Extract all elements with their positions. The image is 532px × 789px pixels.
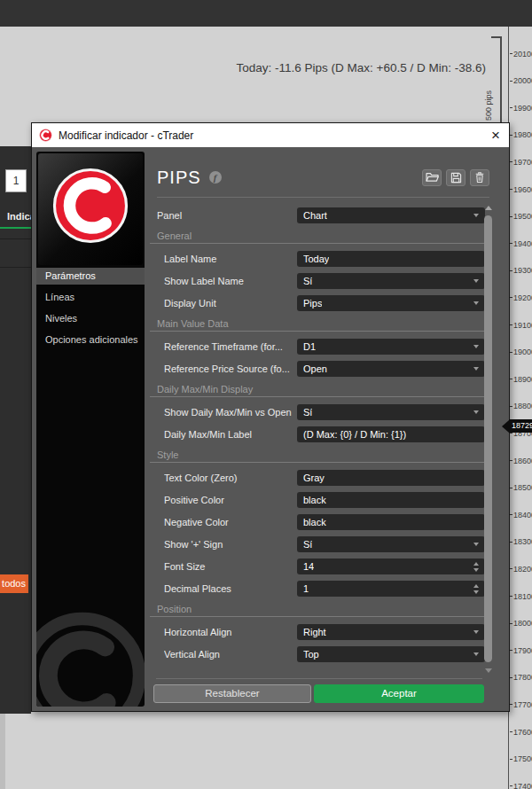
tick-mark — [510, 324, 512, 325]
price-axis-value: 17400 — [513, 782, 532, 789]
price-axis-label: 18300 — [510, 537, 532, 547]
price-axis-value: 17900 — [513, 646, 532, 655]
background-number-input[interactable]: 1 — [5, 169, 27, 192]
input-positive-color[interactable]: black — [297, 492, 485, 508]
dropdown-vertical-align[interactable]: Top — [297, 646, 485, 662]
form-row-vertical-align: Vertical AlignTop — [150, 646, 485, 662]
scroll-up-icon[interactable] — [485, 206, 492, 210]
stepper-arrows[interactable] — [473, 584, 479, 594]
delete-button[interactable] — [470, 169, 489, 186]
tick-mark — [510, 270, 512, 271]
field-value: black — [303, 495, 326, 505]
settings-menu: ParámetrosLíneasNivelesOpciones adiciona… — [36, 268, 145, 353]
stepper-up-icon[interactable] — [473, 562, 479, 566]
price-axis-label: 20100 — [510, 49, 532, 59]
todos-button[interactable]: todos — [0, 574, 28, 593]
field-label: Text Color (Zero) — [164, 473, 297, 483]
close-icon[interactable]: × — [491, 123, 500, 147]
price-axis-value: 18600 — [513, 457, 532, 465]
form-row-show-sign: Show '+' SignSí — [150, 536, 485, 552]
scrollbar[interactable] — [483, 204, 494, 675]
field-label: Vertical Align — [164, 649, 297, 660]
dropdown-reference-price-source-fo[interactable]: Open — [297, 361, 485, 377]
dropdown-panel[interactable]: Chart — [297, 207, 485, 223]
form-row-text-color-zero: Text Color (Zero)Gray — [150, 470, 485, 486]
save-icon — [450, 172, 462, 184]
stepper-arrows[interactable] — [473, 562, 479, 572]
sidebar-item-l-neas[interactable]: Líneas — [36, 289, 145, 306]
stepper-down-icon[interactable] — [473, 568, 479, 572]
chart-edge-strip — [0, 714, 5, 789]
stepper-down-icon[interactable] — [473, 590, 479, 594]
sidebar-item-par-metros[interactable]: Parámetros — [36, 268, 145, 285]
price-axis-value: 19600 — [513, 185, 532, 194]
price-axis-value: 20000 — [513, 76, 532, 85]
price-axis-value: 19200 — [513, 293, 532, 302]
form-row-reference-price-source-fo: Reference Price Source (fo...Open — [150, 361, 485, 377]
price-axis-label: 17800 — [510, 673, 532, 683]
price-axis-label: 18500 — [510, 483, 532, 493]
reset-button[interactable]: Restablecer — [153, 684, 311, 703]
field-value: Pips — [303, 298, 322, 309]
tick-mark — [510, 107, 512, 108]
open-template-button[interactable] — [422, 169, 442, 186]
field-label: Show Label Name — [164, 276, 297, 286]
save-button[interactable] — [446, 169, 466, 186]
tick-mark — [510, 352, 512, 353]
field-label: Reference Timeframe (for... — [164, 341, 297, 352]
dropdown-show-daily-max-min-vs-open[interactable]: Sí — [297, 404, 485, 420]
sidebar-item-niveles[interactable]: Niveles — [36, 310, 145, 327]
form-row-daily-max-min-label: Daily Max/Min Label(D Max: {0} / D Min: … — [150, 426, 485, 442]
accept-button[interactable]: Aceptar — [314, 684, 484, 703]
field-label: Panel — [157, 210, 297, 221]
price-axis-value: 18400 — [513, 511, 532, 519]
form-row-horizontal-align: Horizontal AlignRight — [150, 624, 485, 640]
dialog-sidebar: ParámetrosLíneasNivelesOpciones adiciona… — [36, 152, 145, 707]
range-bracket-hook — [491, 36, 502, 38]
current-price-badge: 18729 — [502, 419, 532, 433]
field-label: Show '+' Sign — [164, 539, 297, 550]
section-header-position: Position — [150, 603, 485, 617]
chevron-down-icon — [473, 630, 479, 634]
input-negative-color[interactable]: black — [297, 514, 485, 530]
dialog-titlebar[interactable]: Modificar indicador - cTrader × — [32, 123, 509, 147]
tick-mark — [510, 406, 512, 407]
stepper-up-icon[interactable] — [473, 584, 479, 588]
input-text-color-zero[interactable]: Gray — [297, 470, 485, 486]
dropdown-horizontal-align[interactable]: Right — [297, 624, 485, 640]
price-axis-value: 17800 — [513, 673, 532, 682]
input-daily-max-min-label[interactable]: (D Max: {0} / D Min: {1}) — [297, 426, 485, 442]
dropdown-reference-timeframe-for[interactable]: D1 — [297, 339, 485, 355]
tick-mark — [510, 189, 512, 190]
scrollbar-thumb[interactable] — [484, 215, 492, 662]
price-axis-value: 18300 — [513, 537, 532, 546]
field-value: Sí — [303, 276, 312, 286]
field-value: Gray — [303, 473, 325, 483]
field-value: black — [303, 517, 326, 527]
stepper-font-size[interactable]: 14 — [297, 559, 485, 574]
tab-active-underline — [0, 227, 31, 229]
tick-mark — [510, 568, 512, 569]
form-row-panel: PanelChart — [150, 207, 485, 223]
tick-mark — [510, 379, 512, 379]
price-badge-arrow-icon — [502, 420, 509, 433]
dropdown-display-unit[interactable]: Pips — [297, 295, 485, 311]
tick-mark — [510, 297, 512, 298]
tick-mark — [510, 460, 512, 461]
form-row-reference-timeframe-for: Reference Timeframe (for...D1 — [150, 339, 485, 355]
field-label: Horizontal Align — [164, 627, 297, 637]
form-row-show-label-name: Show Label NameSí — [150, 273, 485, 289]
input-label-name[interactable]: Today — [297, 251, 485, 267]
dropdown-show-label-name[interactable]: Sí — [297, 273, 485, 289]
price-badge-value: 18729 — [509, 419, 532, 433]
stepper-decimal-places[interactable]: 1 — [297, 581, 485, 597]
dropdown-show-sign[interactable]: Sí — [297, 536, 485, 552]
sidebar-item-opciones-adicionales[interactable]: Opciones adicionales — [36, 332, 145, 348]
field-value: Sí — [303, 407, 312, 418]
price-axis-value: 20100 — [513, 50, 532, 59]
scroll-down-icon[interactable] — [485, 668, 492, 673]
price-axis-value: 18200 — [513, 565, 532, 574]
price-axis-label: 18200 — [510, 564, 532, 574]
indicator-header: PIPS f — [157, 164, 489, 191]
price-axis-value: 19400 — [513, 239, 532, 248]
